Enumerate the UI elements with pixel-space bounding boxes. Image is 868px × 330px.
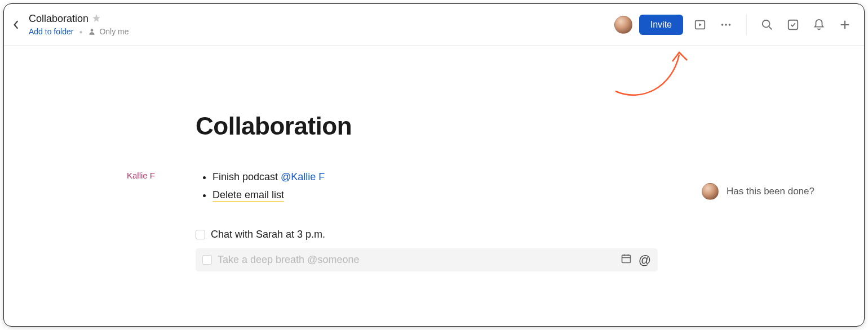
check-square-icon: [787, 19, 799, 31]
document-content: Kallie F Collaboration Finish podcast @K…: [4, 46, 864, 271]
separator-dot: ●: [79, 29, 82, 35]
more-button[interactable]: [717, 16, 735, 34]
highlighted-text: Delete email list: [212, 189, 284, 202]
divider: [746, 15, 747, 35]
star-icon[interactable]: [92, 14, 101, 25]
task-row[interactable]: Chat with Sarah at 3 p.m.: [196, 229, 658, 240]
present-button[interactable]: [691, 16, 709, 34]
new-task-placeholder: Take a deep breath @someone: [218, 254, 359, 266]
header-bar: Collaboration Add to folder ● Only me In…: [4, 4, 864, 46]
margin-author-label[interactable]: Kallie F: [127, 171, 155, 180]
calendar-icon[interactable]: [621, 253, 632, 267]
comment-text: Has this been done?: [727, 186, 814, 197]
person-icon: [88, 28, 96, 35]
search-button[interactable]: [758, 16, 776, 34]
task-checkbox[interactable]: [202, 255, 212, 265]
document-title[interactable]: Collaboration: [29, 13, 88, 25]
avatar[interactable]: [614, 16, 632, 34]
search-icon: [761, 19, 773, 31]
avatar[interactable]: [702, 183, 719, 200]
bell-icon: [813, 19, 825, 31]
dots-horizontal-icon: [720, 19, 732, 31]
at-mention-icon[interactable]: @: [639, 253, 651, 267]
back-button[interactable]: [8, 17, 24, 33]
chevron-left-icon: [13, 20, 20, 30]
list-item-text: Finish podcast: [212, 171, 281, 182]
svg-rect-7: [622, 255, 630, 262]
svg-point-5: [763, 20, 770, 27]
add-to-folder-link[interactable]: Add to folder: [29, 27, 73, 36]
page-heading[interactable]: Collaboration: [196, 112, 658, 140]
mention-link[interactable]: @Kallie F: [281, 171, 325, 182]
play-square-icon: [694, 19, 706, 31]
invite-button[interactable]: Invite: [639, 15, 683, 35]
plus-icon: [839, 19, 851, 31]
task-text: Chat with Sarah at 3 p.m.: [211, 229, 325, 240]
inline-comment[interactable]: Has this been done?: [702, 183, 814, 200]
svg-point-3: [725, 24, 727, 26]
list-item[interactable]: Delete email list: [212, 186, 658, 204]
svg-rect-6: [789, 20, 798, 29]
svg-point-2: [721, 24, 724, 26]
task-checkbox[interactable]: [196, 230, 205, 239]
bullet-list[interactable]: Finish podcast @Kallie F Delete email li…: [196, 168, 658, 204]
svg-point-0: [91, 29, 94, 32]
create-button[interactable]: [836, 16, 854, 34]
privacy-label: Only me: [99, 27, 129, 36]
tasks-button[interactable]: [784, 16, 802, 34]
notifications-button[interactable]: [810, 16, 828, 34]
new-task-input-row[interactable]: Take a deep breath @someone @: [196, 248, 658, 271]
svg-point-4: [729, 24, 731, 26]
list-item[interactable]: Finish podcast @Kallie F: [212, 168, 658, 186]
privacy-indicator[interactable]: Only me: [88, 27, 129, 36]
